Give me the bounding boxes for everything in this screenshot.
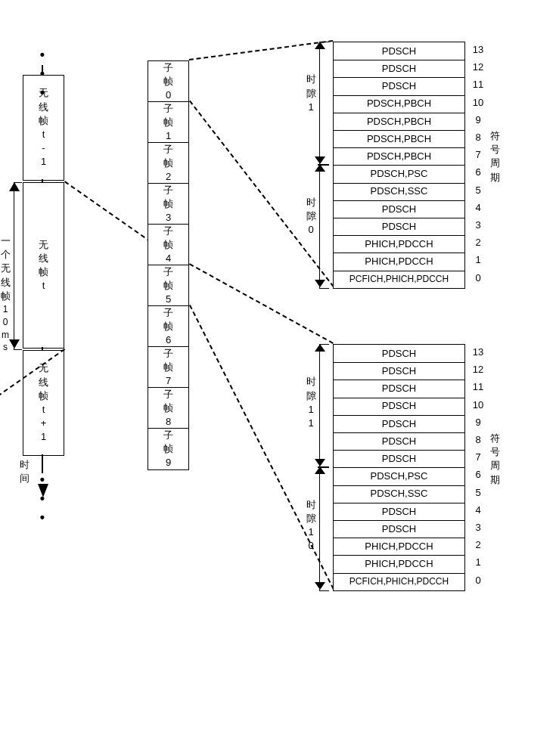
symbol-row: PDSCH [333, 59, 465, 78]
svg-marker-1 [9, 182, 20, 191]
symbol-row: PHICH,PDCCH [333, 252, 465, 271]
symbol-axis-label: 符号周期 [488, 432, 502, 487]
frame-t: 无线帧 t [23, 182, 64, 349]
symbol-index: 9 [470, 114, 486, 125]
symbol-index: 9 [470, 417, 486, 428]
slot-label: 时隙 1 [304, 73, 318, 114]
symbol-index: 1 [470, 556, 486, 568]
slot-arrow [315, 42, 325, 49]
symbol-row: PDSCH [333, 76, 465, 95]
symbol-index: 11 [470, 79, 486, 90]
symbol-index: 10 [470, 399, 486, 411]
svg-marker-6 [315, 156, 325, 164]
symbol-row: PDSCH [333, 361, 465, 380]
symbol-index: 8 [470, 132, 486, 143]
slot-label: 时隙 10 [304, 498, 318, 553]
symbol-axis-label: 符号周期 [488, 129, 502, 184]
slot-divider [318, 466, 328, 468]
slot-divider [318, 164, 328, 166]
svg-marker-0 [38, 484, 48, 497]
symbol-row: PHICH,PDCCH [333, 554, 465, 573]
frame-bracket-label: 一个无线帧 10 ms [0, 234, 12, 354]
symbol-row: PHICH,PDCCH [333, 234, 465, 253]
symbol-index: 7 [470, 451, 486, 463]
symbol-index: 5 [470, 184, 486, 196]
symbol-index: 1 [470, 254, 486, 265]
symbol-row: PDSCH [333, 519, 465, 538]
symbol-row: PDSCH,PBCH [333, 129, 465, 148]
symbol-index: 0 [470, 272, 486, 284]
symbol-index: 2 [470, 539, 486, 550]
slot-arrow [315, 156, 325, 164]
symbol-index: 2 [470, 237, 486, 248]
symbol-index: 12 [470, 364, 486, 375]
slot-bracket [319, 42, 329, 166]
subframe-9: 子帧9 [148, 428, 189, 470]
symbol-index: 11 [470, 381, 486, 392]
subframe-6: 子帧6 [148, 305, 189, 348]
time-arrow [38, 484, 48, 502]
symbol-index: 4 [470, 202, 486, 213]
symbol-row: PDSCH [333, 217, 465, 236]
symbol-index: 0 [470, 575, 486, 586]
slot-arrow [315, 582, 325, 590]
symbol-row: PDSCH,SSC [333, 485, 465, 503]
symbol-row: PDSCH,PBCH [333, 94, 465, 113]
symbol-index: 10 [470, 97, 486, 108]
symbol-row: PDSCH [333, 502, 465, 521]
slot-bracket [319, 344, 329, 468]
slot-label: 时隙 11 [304, 375, 318, 430]
subframe-2: 子帧2 [148, 142, 189, 184]
symbol-row: PDSCH [333, 344, 465, 363]
symbol-row: PDSCH,PSC [333, 466, 465, 485]
symbol-index: 13 [470, 346, 486, 358]
symbol-index: 4 [470, 504, 486, 516]
symbol-row: PDSCH [333, 397, 465, 416]
symbol-index: 5 [470, 487, 486, 498]
symbol-row: PCFICH,PHICH,PDCCH [333, 572, 465, 591]
symbol-index: 8 [470, 434, 486, 445]
frame-bracket [14, 182, 22, 350]
symbol-row: PDSCH [333, 379, 465, 398]
slot-arrow [315, 280, 325, 287]
svg-marker-4 [315, 280, 325, 287]
frame-t-plus-1: 无线帧 t+1 [23, 350, 64, 456]
subframe-8: 子帧8 [148, 387, 189, 429]
symbol-row: PDSCH,PBCH [333, 147, 465, 166]
subframe-4: 子帧4 [148, 224, 189, 266]
symbol-row: PDSCH [333, 42, 465, 60]
subframe-7: 子帧7 [148, 346, 189, 389]
symbol-index: 6 [470, 166, 486, 178]
frame-bracket-arrow-top [9, 182, 20, 191]
slot-arrow [315, 344, 325, 352]
symbol-index: 3 [470, 219, 486, 231]
svg-marker-8 [315, 582, 325, 590]
symbol-row: PDSCH [333, 200, 465, 218]
subframe-3: 子帧3 [148, 183, 189, 225]
symbol-row: PCFICH,PHICH,PDCCH [333, 270, 465, 289]
slot-bracket [319, 466, 329, 590]
subframe-1: 子帧1 [148, 101, 189, 144]
symbol-index: 6 [470, 469, 486, 480]
svg-marker-5 [315, 42, 325, 49]
dashed-sf0-bot [189, 101, 334, 287]
subframe-0: 子帧0 [148, 60, 189, 103]
ellipsis-top: ••• [36, 45, 50, 103]
symbol-index: 12 [470, 61, 486, 73]
time-label: 时间 [15, 458, 33, 485]
symbol-row: PHICH,PDCCH [333, 537, 465, 556]
svg-marker-10 [315, 459, 325, 466]
subframe-5: 子帧5 [148, 265, 189, 307]
symbol-index: 13 [470, 44, 486, 55]
symbol-row: PDSCH,SSC [333, 182, 465, 201]
dashed-sf0-top [189, 40, 333, 60]
slot-bracket [319, 164, 329, 288]
symbol-index: 3 [470, 522, 486, 533]
symbol-row: PDSCH [333, 414, 465, 433]
symbol-row: PDSCH,PBCH [333, 112, 465, 131]
symbol-row: PDSCH [333, 449, 465, 468]
slot-label: 时隙 0 [304, 196, 318, 237]
slot-arrow [315, 459, 325, 466]
symbol-index: 7 [470, 149, 486, 160]
dashed-sf5-top [189, 263, 334, 344]
